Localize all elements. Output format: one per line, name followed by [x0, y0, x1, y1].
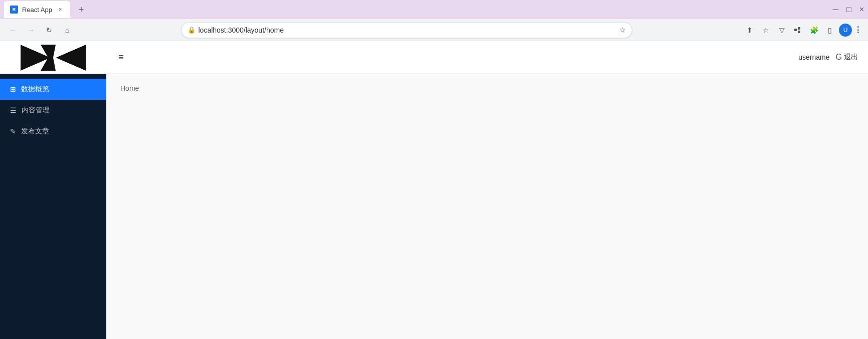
page-content: Home	[106, 74, 868, 339]
address-bar: ← → ↻ ⌂ 🔒 localhost:3000/layout/home ☆ ⬆…	[0, 19, 868, 41]
extensions-icon[interactable]	[791, 23, 805, 37]
title-bar: R React App × + ─ □ ×	[0, 0, 868, 19]
app-container: ⊞ 数据概览 ☰ 内容管理 ✎ 发布文章 ≡ username	[0, 41, 868, 339]
sidebar-item-content[interactable]: ☰ 内容管理	[0, 100, 106, 121]
svg-rect-0	[794, 29, 797, 31]
new-tab-button[interactable]: +	[74, 3, 88, 17]
bookmark-icon[interactable]: ☆	[619, 26, 626, 34]
forward-button[interactable]: →	[24, 23, 38, 37]
sidebar-logo	[0, 41, 106, 74]
window-controls: ─ □ ×	[833, 5, 864, 14]
maximize-button[interactable]: □	[846, 5, 851, 14]
star-icon[interactable]: ☆	[759, 23, 773, 37]
address-input-wrap[interactable]: 🔒 localhost:3000/layout/home ☆	[181, 22, 632, 38]
sidebar: ⊞ 数据概览 ☰ 内容管理 ✎ 发布文章	[0, 41, 106, 339]
sidebar-item-dashboard-label: 数据概览	[21, 85, 49, 94]
tab-close-button[interactable]: ×	[56, 6, 64, 14]
content-icon: ☰	[10, 106, 17, 114]
dashboard-icon: ⊞	[10, 85, 16, 93]
tab-favicon: R	[10, 6, 18, 14]
reload-button[interactable]: ↻	[42, 23, 56, 37]
browser-window: R React App × + ─ □ × ← → ↻ ⌂ 🔒 localhos…	[0, 0, 868, 339]
share-icon[interactable]: ⬆	[743, 23, 757, 37]
breadcrumb: Home	[120, 84, 139, 92]
sidebar-menu: ⊞ 数据概览 ☰ 内容管理 ✎ 发布文章	[0, 74, 106, 147]
user-avatar-button[interactable]: U	[839, 24, 852, 37]
sidebar-toggle-icon[interactable]: ▯	[823, 23, 837, 37]
logout-button[interactable]: G 退出	[836, 53, 858, 62]
minimize-button[interactable]: ─	[833, 5, 838, 14]
logout-label: 退出	[844, 53, 858, 62]
back-button[interactable]: ←	[6, 23, 20, 37]
filter-icon[interactable]: ▽	[775, 23, 789, 37]
sidebar-item-publish[interactable]: ✎ 发布文章	[0, 121, 106, 142]
svg-rect-2	[798, 31, 800, 33]
logout-icon: G	[836, 53, 842, 62]
menu-toggle-button[interactable]: ≡	[116, 50, 126, 65]
browser-tab[interactable]: R React App ×	[4, 1, 70, 18]
svg-rect-1	[798, 27, 800, 30]
address-bar-actions: ⬆ ☆ ▽ 🧩 ▯ U ⋮	[743, 23, 862, 37]
home-button[interactable]: ⌂	[60, 23, 74, 37]
puzzle-icon[interactable]: 🧩	[807, 23, 821, 37]
sidebar-item-dashboard[interactable]: ⊞ 数据概览	[0, 79, 106, 100]
address-text: localhost:3000/layout/home	[199, 26, 616, 34]
tab-title: React App	[22, 6, 52, 14]
window-close-button[interactable]: ×	[859, 5, 864, 14]
top-bar: ≡ username G 退出	[106, 41, 868, 74]
publish-icon: ✎	[10, 127, 16, 135]
secure-icon: 🔒	[188, 26, 196, 34]
logo-svg	[21, 45, 86, 71]
sidebar-item-content-label: 内容管理	[22, 106, 50, 115]
top-bar-right: username G 退出	[798, 53, 858, 62]
username-display: username	[798, 53, 829, 61]
sidebar-item-publish-label: 发布文章	[21, 127, 49, 136]
main-content: ≡ username G 退出 Home	[106, 41, 868, 339]
more-options-button[interactable]: ⋮	[854, 25, 862, 35]
